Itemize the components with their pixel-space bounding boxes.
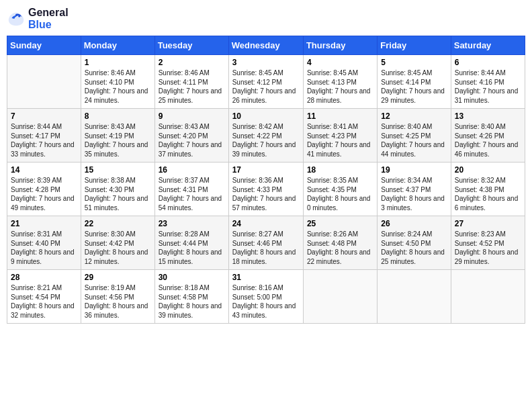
calendar-cell: 13Sunrise: 8:40 AMSunset: 4:26 PMDayligh…	[451, 109, 525, 163]
calendar-cell: 11Sunrise: 8:41 AMSunset: 4:23 PMDayligh…	[303, 109, 377, 163]
logo: General Blue	[7, 7, 69, 30]
calendar-table: SundayMondayTuesdayWednesdayThursdayFrid…	[7, 36, 525, 324]
day-info: Sunrise: 8:34 AMSunset: 4:37 PMDaylight:…	[381, 176, 447, 212]
day-number: 19	[381, 165, 447, 175]
day-info: Sunrise: 8:37 AMSunset: 4:31 PMDaylight:…	[159, 176, 225, 212]
day-info: Sunrise: 8:41 AMSunset: 4:23 PMDaylight:…	[307, 122, 373, 158]
day-info: Sunrise: 8:16 AMSunset: 5:00 PMDaylight:…	[232, 283, 300, 320]
day-info: Sunrise: 8:40 AMSunset: 4:25 PMDaylight:…	[381, 122, 447, 158]
calendar-cell: 26Sunrise: 8:24 AMSunset: 4:50 PMDayligh…	[378, 216, 451, 270]
day-number: 30	[159, 273, 225, 282]
day-number: 8	[85, 111, 151, 121]
day-info: Sunrise: 8:23 AMSunset: 4:52 PMDaylight:…	[455, 230, 521, 266]
calendar-cell: 19Sunrise: 8:34 AMSunset: 4:37 PMDayligh…	[378, 163, 451, 216]
day-number: 18	[307, 165, 373, 175]
logo-blue: Blue	[28, 19, 69, 31]
calendar-week-row: 7Sunrise: 8:44 AMSunset: 4:17 PMDaylight…	[7, 109, 525, 163]
day-number: 10	[232, 111, 300, 121]
calendar-cell: 18Sunrise: 8:35 AMSunset: 4:35 PMDayligh…	[303, 163, 377, 216]
day-number: 4	[307, 58, 373, 67]
day-info: Sunrise: 8:42 AMSunset: 4:22 PMDaylight:…	[232, 122, 300, 158]
day-info: Sunrise: 8:46 AMSunset: 4:11 PMDaylight:…	[159, 68, 225, 105]
calendar-cell: 10Sunrise: 8:42 AMSunset: 4:22 PMDayligh…	[228, 109, 303, 163]
calendar-cell: 7Sunrise: 8:44 AMSunset: 4:17 PMDaylight…	[7, 109, 81, 163]
day-number: 17	[232, 165, 300, 175]
day-number: 5	[381, 58, 447, 67]
calendar-cell: 5Sunrise: 8:45 AMSunset: 4:14 PMDaylight…	[378, 55, 451, 109]
day-number: 11	[307, 111, 373, 121]
weekday-header-friday: Friday	[378, 36, 451, 55]
calendar-cell: 23Sunrise: 8:28 AMSunset: 4:44 PMDayligh…	[154, 216, 228, 270]
day-info: Sunrise: 8:43 AMSunset: 4:19 PMDaylight:…	[85, 122, 151, 158]
calendar-cell	[303, 270, 377, 324]
calendar-week-row: 28Sunrise: 8:21 AMSunset: 4:54 PMDayligh…	[7, 270, 525, 324]
calendar-cell: 25Sunrise: 8:26 AMSunset: 4:48 PMDayligh…	[303, 216, 377, 270]
day-info: Sunrise: 8:43 AMSunset: 4:20 PMDaylight:…	[159, 122, 225, 158]
day-number: 14	[11, 165, 77, 175]
day-number: 24	[232, 219, 300, 228]
day-info: Sunrise: 8:39 AMSunset: 4:28 PMDaylight:…	[11, 176, 77, 212]
weekday-header-saturday: Saturday	[451, 36, 525, 55]
calendar-week-row: 14Sunrise: 8:39 AMSunset: 4:28 PMDayligh…	[7, 163, 525, 216]
weekday-header-tuesday: Tuesday	[154, 36, 228, 55]
calendar-cell: 15Sunrise: 8:38 AMSunset: 4:30 PMDayligh…	[81, 163, 154, 216]
day-number: 26	[381, 219, 447, 228]
calendar-header-row: SundayMondayTuesdayWednesdayThursdayFrid…	[7, 36, 525, 55]
calendar-cell	[451, 270, 525, 324]
day-info: Sunrise: 8:19 AMSunset: 4:56 PMDaylight:…	[85, 283, 151, 320]
day-number: 27	[455, 219, 521, 228]
logo-text: General Blue	[28, 7, 69, 30]
day-number: 22	[85, 219, 151, 228]
calendar-cell	[378, 270, 451, 324]
day-info: Sunrise: 8:38 AMSunset: 4:30 PMDaylight:…	[85, 176, 151, 212]
day-info: Sunrise: 8:45 AMSunset: 4:14 PMDaylight:…	[381, 68, 447, 105]
calendar-cell: 8Sunrise: 8:43 AMSunset: 4:19 PMDaylight…	[81, 109, 154, 163]
day-number: 23	[159, 219, 225, 228]
calendar-cell: 14Sunrise: 8:39 AMSunset: 4:28 PMDayligh…	[7, 163, 81, 216]
calendar-cell: 27Sunrise: 8:23 AMSunset: 4:52 PMDayligh…	[451, 216, 525, 270]
day-number: 21	[11, 219, 77, 228]
page-header: General Blue	[7, 7, 525, 30]
day-info: Sunrise: 8:24 AMSunset: 4:50 PMDaylight:…	[381, 230, 447, 266]
svg-point-0	[18, 15, 20, 17]
day-info: Sunrise: 8:27 AMSunset: 4:46 PMDaylight:…	[232, 230, 300, 266]
day-info: Sunrise: 8:31 AMSunset: 4:40 PMDaylight:…	[11, 230, 77, 266]
calendar-cell: 9Sunrise: 8:43 AMSunset: 4:20 PMDaylight…	[154, 109, 228, 163]
day-number: 28	[11, 273, 77, 282]
calendar-cell: 22Sunrise: 8:30 AMSunset: 4:42 PMDayligh…	[81, 216, 154, 270]
day-info: Sunrise: 8:45 AMSunset: 4:12 PMDaylight:…	[232, 68, 300, 105]
calendar-cell: 30Sunrise: 8:18 AMSunset: 4:58 PMDayligh…	[154, 270, 228, 324]
day-number: 15	[85, 165, 151, 175]
day-info: Sunrise: 8:28 AMSunset: 4:44 PMDaylight:…	[159, 230, 225, 266]
day-number: 9	[159, 111, 225, 121]
calendar-cell: 12Sunrise: 8:40 AMSunset: 4:25 PMDayligh…	[378, 109, 451, 163]
calendar-cell: 17Sunrise: 8:36 AMSunset: 4:33 PMDayligh…	[228, 163, 303, 216]
day-info: Sunrise: 8:45 AMSunset: 4:13 PMDaylight:…	[307, 68, 373, 105]
day-info: Sunrise: 8:26 AMSunset: 4:48 PMDaylight:…	[307, 230, 373, 266]
day-number: 16	[159, 165, 225, 175]
day-number: 31	[232, 273, 300, 282]
weekday-header-sunday: Sunday	[7, 36, 81, 55]
calendar-cell: 2Sunrise: 8:46 AMSunset: 4:11 PMDaylight…	[154, 55, 228, 109]
day-number: 29	[85, 273, 151, 282]
calendar-cell: 3Sunrise: 8:45 AMSunset: 4:12 PMDaylight…	[228, 55, 303, 109]
weekday-header-monday: Monday	[81, 36, 154, 55]
day-info: Sunrise: 8:44 AMSunset: 4:16 PMDaylight:…	[455, 68, 521, 105]
calendar-cell: 6Sunrise: 8:44 AMSunset: 4:16 PMDaylight…	[451, 55, 525, 109]
day-number: 7	[11, 111, 77, 121]
calendar-cell	[7, 55, 81, 109]
calendar-cell: 24Sunrise: 8:27 AMSunset: 4:46 PMDayligh…	[228, 216, 303, 270]
day-info: Sunrise: 8:30 AMSunset: 4:42 PMDaylight:…	[85, 230, 151, 266]
calendar-cell: 21Sunrise: 8:31 AMSunset: 4:40 PMDayligh…	[7, 216, 81, 270]
calendar-cell: 28Sunrise: 8:21 AMSunset: 4:54 PMDayligh…	[7, 270, 81, 324]
day-number: 6	[455, 58, 521, 67]
day-info: Sunrise: 8:32 AMSunset: 4:38 PMDaylight:…	[455, 176, 521, 212]
day-number: 13	[455, 111, 521, 121]
logo-general: General	[28, 7, 69, 19]
logo-icon	[7, 9, 26, 28]
calendar-cell: 4Sunrise: 8:45 AMSunset: 4:13 PMDaylight…	[303, 55, 377, 109]
calendar-cell: 29Sunrise: 8:19 AMSunset: 4:56 PMDayligh…	[81, 270, 154, 324]
day-info: Sunrise: 8:36 AMSunset: 4:33 PMDaylight:…	[232, 176, 300, 212]
weekday-header-wednesday: Wednesday	[228, 36, 303, 55]
day-info: Sunrise: 8:44 AMSunset: 4:17 PMDaylight:…	[11, 122, 77, 158]
